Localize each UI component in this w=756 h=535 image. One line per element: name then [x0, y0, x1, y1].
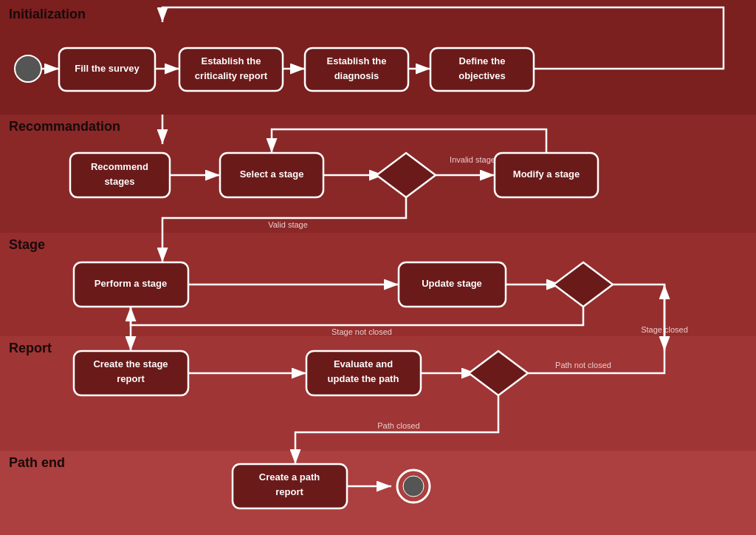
diagram-container: Initialization Recommandation Stage Repo…	[0, 0, 756, 535]
label-recommend-stages: Recommend	[91, 161, 148, 172]
node-recommend-stages	[70, 153, 170, 197]
label-valid-stage: Valid stage	[268, 220, 308, 229]
label-define-objectives-2: objectives	[458, 70, 506, 81]
label-report: Report	[9, 341, 52, 355]
label-path-not-closed: Path not closed	[555, 361, 611, 369]
label-establish-criticality-2: criticality report	[195, 70, 268, 81]
label-establish-diagnosis-2: diagnosis	[334, 70, 379, 81]
node-establish-criticality	[179, 48, 283, 91]
label-recommandation: Recommandation	[9, 119, 120, 134]
label-modify-stage: Modify a stage	[513, 168, 580, 180]
label-define-objectives: Define the	[459, 55, 506, 67]
label-create-stage-report: Create the stage	[93, 358, 168, 369]
end-node-inner	[403, 476, 424, 497]
label-path-closed: Path closed	[377, 421, 419, 430]
node-establish-diagnosis	[305, 48, 408, 91]
label-create-path-report: Create a path	[259, 471, 320, 483]
label-select-stage: Select a stage	[240, 168, 304, 180]
label-update-stage: Update stage	[422, 278, 482, 289]
label-evaluate-update: Evaluate and	[334, 358, 393, 369]
label-evaluate-update-2: update the path	[328, 373, 399, 384]
label-perform-stage: Perform a stage	[94, 278, 167, 289]
label-stage-not-closed: Stage not closed	[331, 327, 392, 336]
node-define-objectives	[430, 48, 534, 91]
label-establish-diagnosis: Establish the	[327, 55, 387, 67]
label-stage: Stage	[9, 237, 45, 252]
label-create-path-report-2: report	[275, 486, 303, 497]
start-node	[15, 55, 41, 82]
label-pathend: Path end	[9, 455, 65, 470]
label-fill-survey: Fill the survey	[75, 63, 140, 74]
label-invalid-stage: Invalid stage	[450, 155, 495, 164]
section-pathend-bg	[0, 451, 756, 535]
label-establish-criticality: Establish the	[202, 55, 261, 67]
label-create-stage-report-2: report	[117, 373, 145, 384]
label-recommend-stages-2: stages	[104, 176, 134, 187]
label-initialization: Initialization	[9, 7, 86, 21]
